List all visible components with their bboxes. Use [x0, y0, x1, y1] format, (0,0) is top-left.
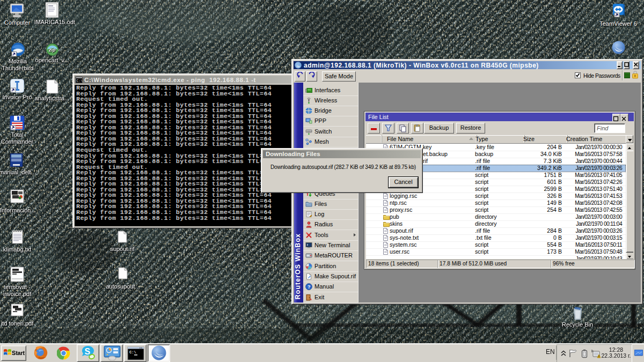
svg-text:C:\: C:\: [77, 79, 83, 83]
svg-text:?: ?: [308, 284, 311, 290]
svg-text:zip: zip: [48, 47, 56, 53]
svg-text:C:\: C:\: [129, 350, 136, 354]
svg-text:S: S: [85, 347, 91, 356]
